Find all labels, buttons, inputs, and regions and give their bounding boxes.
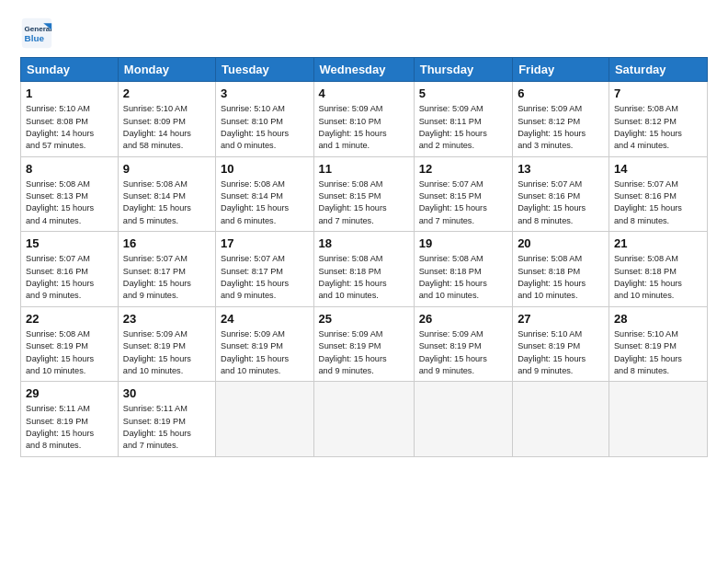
calendar-header: SundayMondayTuesdayWednesdayThursdayFrid… xyxy=(21,58,708,82)
day-info: Sunrise: 5:08 AM Sunset: 8:14 PM Dayligh… xyxy=(123,178,210,227)
day-number: 20 xyxy=(518,236,604,252)
weekday-thursday: Thursday xyxy=(414,58,512,82)
day-info: Sunrise: 5:08 AM Sunset: 8:18 PM Dayligh… xyxy=(518,253,604,302)
calendar-body: 1Sunrise: 5:10 AM Sunset: 8:08 PM Daylig… xyxy=(21,82,708,457)
header: General Blue xyxy=(20,17,708,50)
day-info: Sunrise: 5:09 AM Sunset: 8:12 PM Dayligh… xyxy=(518,103,604,152)
calendar-cell: 10Sunrise: 5:08 AM Sunset: 8:14 PM Dayli… xyxy=(216,156,314,232)
day-number: 17 xyxy=(221,236,309,252)
calendar-cell: 29Sunrise: 5:11 AM Sunset: 8:19 PM Dayli… xyxy=(21,382,119,457)
calendar: SundayMondayTuesdayWednesdayThursdayFrid… xyxy=(20,57,708,457)
day-number: 23 xyxy=(123,311,210,327)
day-info: Sunrise: 5:10 AM Sunset: 8:09 PM Dayligh… xyxy=(123,103,210,152)
day-number: 26 xyxy=(419,311,507,327)
calendar-cell: 19Sunrise: 5:08 AM Sunset: 8:18 PM Dayli… xyxy=(414,232,512,307)
day-number: 22 xyxy=(26,311,113,327)
day-number: 14 xyxy=(614,161,702,178)
weekday-monday: Monday xyxy=(118,58,215,82)
day-number: 27 xyxy=(518,311,604,327)
day-info: Sunrise: 5:11 AM Sunset: 8:19 PM Dayligh… xyxy=(26,403,113,452)
calendar-cell: 2Sunrise: 5:10 AM Sunset: 8:09 PM Daylig… xyxy=(118,82,215,157)
calendar-week-1: 1Sunrise: 5:10 AM Sunset: 8:08 PM Daylig… xyxy=(21,82,708,157)
calendar-week-3: 15Sunrise: 5:07 AM Sunset: 8:16 PM Dayli… xyxy=(21,232,708,307)
calendar-cell: 23Sunrise: 5:09 AM Sunset: 8:19 PM Dayli… xyxy=(118,306,215,382)
calendar-cell: 12Sunrise: 5:07 AM Sunset: 8:15 PM Dayli… xyxy=(414,156,512,232)
calendar-cell: 4Sunrise: 5:09 AM Sunset: 8:10 PM Daylig… xyxy=(313,82,414,157)
calendar-cell: 24Sunrise: 5:09 AM Sunset: 8:19 PM Dayli… xyxy=(216,306,314,382)
day-number: 25 xyxy=(319,311,409,327)
calendar-cell: 17Sunrise: 5:07 AM Sunset: 8:17 PM Dayli… xyxy=(216,232,314,307)
day-info: Sunrise: 5:08 AM Sunset: 8:18 PM Dayligh… xyxy=(319,253,409,302)
day-number: 28 xyxy=(614,311,702,327)
calendar-week-5: 29Sunrise: 5:11 AM Sunset: 8:19 PM Dayli… xyxy=(21,382,708,457)
calendar-cell: 1Sunrise: 5:10 AM Sunset: 8:08 PM Daylig… xyxy=(21,82,119,157)
calendar-cell: 7Sunrise: 5:08 AM Sunset: 8:12 PM Daylig… xyxy=(609,82,707,157)
day-number: 21 xyxy=(614,236,702,252)
calendar-cell: 28Sunrise: 5:10 AM Sunset: 8:19 PM Dayli… xyxy=(609,306,707,382)
calendar-cell: 27Sunrise: 5:10 AM Sunset: 8:19 PM Dayli… xyxy=(513,306,609,382)
calendar-cell: 22Sunrise: 5:08 AM Sunset: 8:19 PM Dayli… xyxy=(21,306,119,382)
day-info: Sunrise: 5:09 AM Sunset: 8:19 PM Dayligh… xyxy=(221,328,309,377)
logo: General Blue xyxy=(20,17,56,50)
day-info: Sunrise: 5:11 AM Sunset: 8:19 PM Dayligh… xyxy=(123,403,210,452)
day-info: Sunrise: 5:08 AM Sunset: 8:18 PM Dayligh… xyxy=(419,253,507,302)
calendar-cell: 25Sunrise: 5:09 AM Sunset: 8:19 PM Dayli… xyxy=(313,306,414,382)
logo-icon: General Blue xyxy=(20,17,53,50)
day-number: 11 xyxy=(319,161,409,178)
weekday-sunday: Sunday xyxy=(21,58,119,82)
calendar-cell: 16Sunrise: 5:07 AM Sunset: 8:17 PM Dayli… xyxy=(118,232,215,307)
day-number: 8 xyxy=(26,161,113,178)
day-info: Sunrise: 5:08 AM Sunset: 8:12 PM Dayligh… xyxy=(614,103,702,152)
calendar-cell xyxy=(313,382,414,457)
day-info: Sunrise: 5:10 AM Sunset: 8:19 PM Dayligh… xyxy=(518,328,604,377)
day-number: 9 xyxy=(123,161,210,178)
day-number: 1 xyxy=(26,86,113,102)
calendar-cell: 5Sunrise: 5:09 AM Sunset: 8:11 PM Daylig… xyxy=(414,82,512,157)
day-info: Sunrise: 5:08 AM Sunset: 8:15 PM Dayligh… xyxy=(319,178,409,227)
day-number: 2 xyxy=(123,86,210,102)
calendar-cell: 18Sunrise: 5:08 AM Sunset: 8:18 PM Dayli… xyxy=(313,232,414,307)
calendar-cell: 21Sunrise: 5:08 AM Sunset: 8:18 PM Dayli… xyxy=(609,232,707,307)
calendar-cell: 14Sunrise: 5:07 AM Sunset: 8:16 PM Dayli… xyxy=(609,156,707,232)
weekday-wednesday: Wednesday xyxy=(313,58,414,82)
day-info: Sunrise: 5:09 AM Sunset: 8:19 PM Dayligh… xyxy=(123,328,210,377)
calendar-cell: 11Sunrise: 5:08 AM Sunset: 8:15 PM Dayli… xyxy=(313,156,414,232)
day-info: Sunrise: 5:10 AM Sunset: 8:08 PM Dayligh… xyxy=(26,103,113,152)
day-number: 15 xyxy=(26,236,113,252)
day-info: Sunrise: 5:08 AM Sunset: 8:14 PM Dayligh… xyxy=(221,178,309,227)
calendar-cell: 9Sunrise: 5:08 AM Sunset: 8:14 PM Daylig… xyxy=(118,156,215,232)
day-number: 13 xyxy=(518,161,604,178)
day-info: Sunrise: 5:07 AM Sunset: 8:15 PM Dayligh… xyxy=(419,178,507,227)
calendar-cell: 30Sunrise: 5:11 AM Sunset: 8:19 PM Dayli… xyxy=(118,382,215,457)
day-number: 4 xyxy=(319,86,409,102)
day-info: Sunrise: 5:07 AM Sunset: 8:16 PM Dayligh… xyxy=(614,178,702,227)
day-number: 16 xyxy=(123,236,210,252)
day-number: 29 xyxy=(26,385,113,402)
day-info: Sunrise: 5:09 AM Sunset: 8:11 PM Dayligh… xyxy=(419,103,507,152)
calendar-cell: 6Sunrise: 5:09 AM Sunset: 8:12 PM Daylig… xyxy=(513,82,609,157)
calendar-cell: 13Sunrise: 5:07 AM Sunset: 8:16 PM Dayli… xyxy=(513,156,609,232)
calendar-cell xyxy=(216,382,314,457)
calendar-cell xyxy=(414,382,512,457)
calendar-cell: 8Sunrise: 5:08 AM Sunset: 8:13 PM Daylig… xyxy=(21,156,119,232)
day-info: Sunrise: 5:07 AM Sunset: 8:16 PM Dayligh… xyxy=(26,253,113,302)
calendar-cell: 26Sunrise: 5:09 AM Sunset: 8:19 PM Dayli… xyxy=(414,306,512,382)
day-number: 30 xyxy=(123,385,210,402)
calendar-cell: 3Sunrise: 5:10 AM Sunset: 8:10 PM Daylig… xyxy=(216,82,314,157)
day-number: 18 xyxy=(319,236,409,252)
page: General Blue SundayMondayTuesdayWednesda… xyxy=(0,0,728,563)
day-info: Sunrise: 5:07 AM Sunset: 8:17 PM Dayligh… xyxy=(221,253,309,302)
svg-text:Blue: Blue xyxy=(25,33,45,43)
day-number: 24 xyxy=(221,311,309,327)
day-number: 10 xyxy=(221,161,309,178)
day-number: 6 xyxy=(518,86,604,102)
day-info: Sunrise: 5:07 AM Sunset: 8:16 PM Dayligh… xyxy=(518,178,604,227)
weekday-saturday: Saturday xyxy=(609,58,707,82)
day-number: 3 xyxy=(221,86,309,102)
day-number: 19 xyxy=(419,236,507,252)
day-info: Sunrise: 5:10 AM Sunset: 8:10 PM Dayligh… xyxy=(221,103,309,152)
weekday-header-row: SundayMondayTuesdayWednesdayThursdayFrid… xyxy=(21,58,708,82)
day-info: Sunrise: 5:09 AM Sunset: 8:19 PM Dayligh… xyxy=(319,328,409,377)
day-info: Sunrise: 5:10 AM Sunset: 8:19 PM Dayligh… xyxy=(614,328,702,377)
calendar-cell xyxy=(609,382,707,457)
